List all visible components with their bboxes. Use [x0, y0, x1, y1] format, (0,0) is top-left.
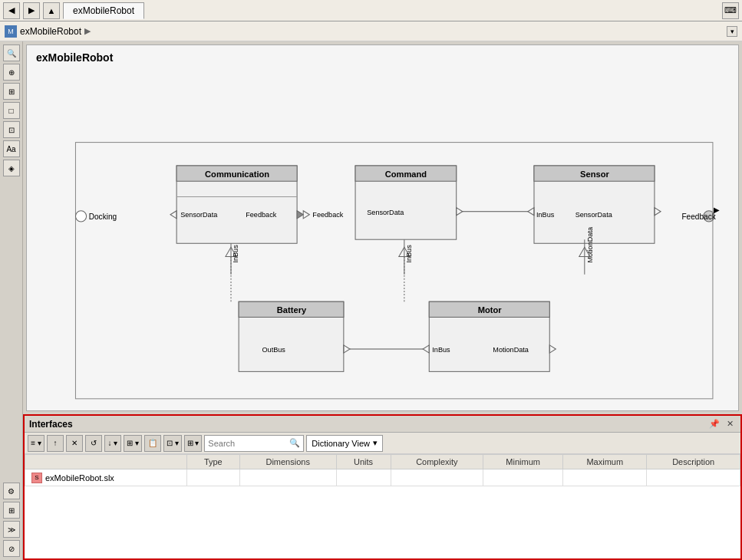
svg-rect-24 [534, 166, 655, 243]
canvas-area: exMobileRobot Communication SensorData F… [23, 41, 742, 560]
main-tab[interactable]: exMobileRobot [63, 2, 144, 19]
svg-text:MotionData: MotionData [493, 346, 529, 354]
svg-text:Battery: Battery [277, 305, 307, 315]
expand-icon[interactable]: ≫ [3, 521, 20, 538]
grid-dropdown-button[interactable]: ⊞ ▾ [124, 435, 142, 452]
svg-text:InBus: InBus [405, 245, 413, 263]
chart-tool[interactable]: ◈ [3, 160, 20, 176]
svg-marker-27 [528, 208, 534, 216]
model-icon: M [5, 25, 17, 38]
refresh-btn[interactable]: ↺ [85, 435, 102, 452]
dictionary-view-dropdown[interactable]: Dictionary View ▾ [306, 435, 383, 452]
svg-marker-11 [226, 247, 236, 256]
table-row: S exMobileRobot.slx [25, 469, 740, 486]
import-dropdown-button[interactable]: ↓ ▾ [104, 435, 121, 452]
row-complexity-cell [391, 469, 483, 486]
interfaces-panel: Interfaces 📌 ✕ ≡ ▾ ↑ ✕ ↺ ↓ ▾ ⊞ ▾ 📋 ⊡ ▾ ⊞… [23, 414, 742, 560]
select-tool[interactable]: ⊞ [3, 83, 20, 100]
col-header-type: Type [186, 455, 239, 469]
svg-rect-2 [176, 166, 297, 181]
svg-rect-40 [429, 301, 549, 371]
col-header-complexity: Complexity [391, 455, 483, 469]
svg-rect-1 [176, 166, 297, 243]
col-header-description: Description [647, 455, 740, 469]
breadcrumb-bar: M exMobileRobot ▶ ▾ [0, 21, 742, 41]
row-description-cell [647, 469, 740, 486]
svg-text:Communication: Communication [205, 170, 269, 179]
left-sidebar: 🔍 ⊕ ⊞ □ ⊡ Aa ◈ ⚙ ⊞ ≫ ⊘ [0, 41, 23, 560]
dictionary-view-label: Dictionary View [312, 439, 370, 448]
diagram-canvas[interactable]: exMobileRobot Communication SensorData F… [26, 44, 739, 411]
svg-text:OutBus: OutBus [262, 346, 286, 354]
svg-text:Motor: Motor [478, 305, 503, 315]
col-header-units: Units [336, 455, 391, 469]
filter-dropdown-button[interactable]: ⊞ ▾ [184, 435, 203, 452]
copy-btn[interactable]: 📋 [144, 435, 161, 452]
svg-text:SensorData: SensorData [180, 211, 218, 219]
back-button[interactable]: ◀ [3, 2, 20, 19]
up-btn[interactable]: ↑ [47, 435, 64, 452]
svg-text:Feedback: Feedback [246, 211, 276, 219]
search-box[interactable]: 🔍 [204, 435, 304, 452]
svg-text:Sensor: Sensor [580, 170, 609, 179]
svg-marker-43 [423, 345, 429, 353]
chevron-down-icon: ▾ [373, 438, 378, 448]
delete-btn[interactable]: ✕ [66, 435, 83, 452]
svg-marker-7 [297, 211, 303, 219]
col-header-maximum: Maximum [563, 455, 647, 469]
svg-rect-25 [534, 166, 655, 181]
data-table: Type Dimensions Units Complexity Minimum… [25, 454, 740, 486]
row-filename: exMobileRobot.slx [45, 473, 114, 483]
row-type-cell [186, 469, 239, 486]
pan-tool[interactable]: □ [3, 102, 20, 119]
svg-marker-9 [303, 211, 309, 219]
search-icon: 🔍 [289, 438, 300, 448]
svg-point-53 [704, 211, 714, 222]
breadcrumb-chevron: ▶ [84, 26, 91, 36]
gear-icon[interactable]: ⚙ [3, 483, 20, 499]
search-input[interactable] [208, 439, 286, 448]
top-toolbar: ◀ ▶ ▲ exMobileRobot ⌨ [0, 0, 742, 21]
grid-icon[interactable]: ⊞ [3, 502, 20, 519]
svg-text:Feedback: Feedback [312, 211, 343, 219]
panel-toolbar: ≡ ▾ ↑ ✕ ↺ ↓ ▾ ⊞ ▾ 📋 ⊡ ▾ ⊞ ▾ 🔍 Dictionary… [25, 433, 740, 454]
pin-button[interactable]: 📌 [708, 418, 721, 430]
up-button[interactable]: ▲ [43, 2, 60, 19]
annotate-tool[interactable]: ⊡ [3, 121, 20, 138]
keyboard-icon[interactable]: ⌨ [722, 2, 739, 19]
svg-rect-15 [355, 166, 457, 239]
svg-text:Command: Command [385, 170, 427, 179]
svg-rect-16 [355, 166, 457, 181]
svg-marker-20 [399, 247, 410, 256]
svg-point-51 [75, 211, 86, 222]
fit-tool[interactable]: ⊕ [3, 64, 20, 81]
panel-titlebar: Interfaces 📌 ✕ [25, 416, 740, 433]
interfaces-table[interactable]: Type Dimensions Units Complexity Minimum… [25, 454, 740, 558]
breadcrumb-dropdown[interactable]: ▾ [727, 26, 737, 37]
main-area: 🔍 ⊕ ⊞ □ ⊡ Aa ◈ ⚙ ⊞ ≫ ⊘ exMobileRobot Com… [0, 41, 742, 560]
menu-dropdown-button[interactable]: ≡ ▾ [28, 435, 45, 452]
svg-text:InBus: InBus [232, 245, 239, 263]
svg-marker-39 [344, 345, 350, 353]
svg-text:InBus: InBus [536, 211, 555, 219]
view-dropdown-button[interactable]: ⊡ ▾ [163, 435, 182, 452]
svg-rect-36 [239, 301, 344, 317]
zoom-in-tool[interactable]: 🔍 [3, 44, 20, 61]
diagram-svg: Communication SensorData Feedback Feedba… [27, 45, 738, 410]
svg-text:InBus: InBus [432, 346, 450, 354]
row-units-cell [336, 469, 391, 486]
svg-text:MotionData: MotionData [586, 226, 594, 263]
text-tool[interactable]: Aa [3, 140, 20, 157]
slx-file-icon: S [31, 473, 42, 483]
breadcrumb-path: exMobileRobot [20, 26, 81, 37]
svg-rect-0 [75, 143, 712, 399]
svg-text:▶: ▶ [714, 206, 720, 214]
svg-text:SensorData: SensorData [367, 209, 404, 216]
network-icon[interactable]: ⊘ [3, 540, 20, 557]
forward-button[interactable]: ▶ [23, 2, 40, 19]
svg-marker-46 [549, 345, 556, 353]
close-button[interactable]: ✕ [724, 418, 736, 430]
file-icon: S exMobileRobot.slx [31, 473, 114, 483]
row-dimensions-cell [239, 469, 336, 486]
svg-text:Feedback: Feedback [681, 212, 716, 221]
